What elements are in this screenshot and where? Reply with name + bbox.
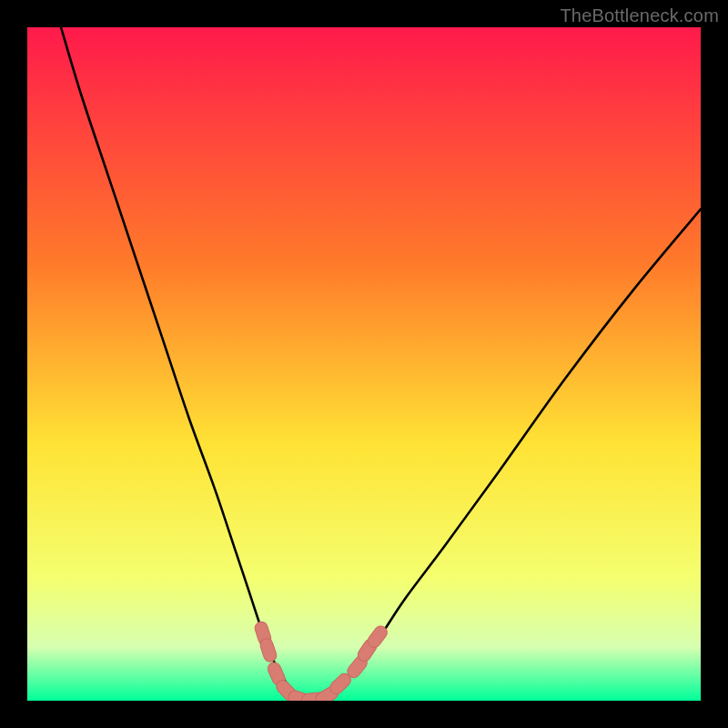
chart-svg xyxy=(27,27,701,701)
gradient-background xyxy=(27,27,701,701)
watermark-text: TheBottleneck.com xyxy=(560,5,719,26)
outer-frame: TheBottleneck.com xyxy=(0,0,728,728)
plot-area xyxy=(27,27,701,701)
